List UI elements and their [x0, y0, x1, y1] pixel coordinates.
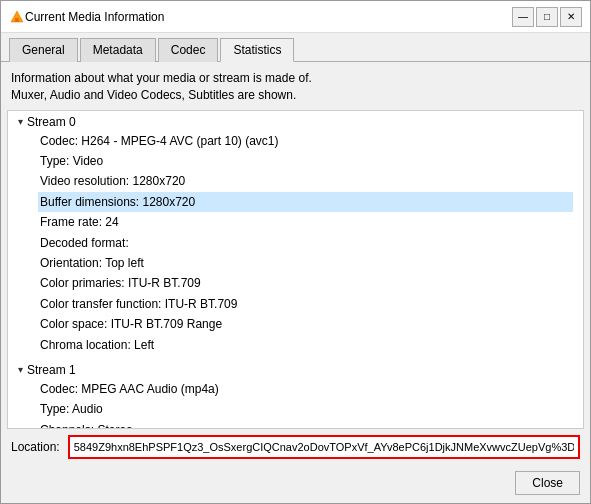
- description: Information about what your media or str…: [1, 62, 590, 110]
- location-input[interactable]: [68, 435, 580, 459]
- stream-0-block: ▾ Stream 0 Codec: H264 - MPEG-4 AVC (par…: [18, 115, 573, 355]
- close-button[interactable]: Close: [515, 471, 580, 495]
- location-bar: Location:: [1, 429, 590, 465]
- list-item: Chroma location: Left: [38, 335, 573, 355]
- window-title: Current Media Information: [25, 10, 512, 24]
- list-item: Type: Audio: [38, 399, 573, 419]
- window-close-button[interactable]: ✕: [560, 7, 582, 27]
- list-item: Codec: H264 - MPEG-4 AVC (part 10) (avc1…: [38, 131, 573, 151]
- stream-1-header[interactable]: ▾ Stream 1: [18, 363, 573, 377]
- location-label: Location:: [11, 440, 60, 454]
- description-line2: Muxer, Audio and Video Codecs, Subtitles…: [11, 87, 580, 104]
- tab-general[interactable]: General: [9, 38, 78, 62]
- stream-0-header[interactable]: ▾ Stream 0: [18, 115, 573, 129]
- tab-codec[interactable]: Codec: [158, 38, 219, 62]
- list-item: Color transfer function: ITU-R BT.709: [38, 294, 573, 314]
- stream-1-block: ▾ Stream 1 Codec: MPEG AAC Audio (mp4a) …: [18, 363, 573, 429]
- tab-metadata[interactable]: Metadata: [80, 38, 156, 62]
- stream-0-items: Codec: H264 - MPEG-4 AVC (part 10) (avc1…: [18, 131, 573, 355]
- tab-statistics[interactable]: Statistics: [220, 38, 294, 62]
- main-window: Current Media Information — □ ✕ General …: [0, 0, 591, 504]
- list-item: Channels: Stereo: [38, 420, 573, 429]
- list-item: Frame rate: 24: [38, 212, 573, 232]
- stream-1-arrow: ▾: [18, 364, 23, 375]
- svg-rect-1: [15, 18, 19, 22]
- minimize-button[interactable]: —: [512, 7, 534, 27]
- content-area: Information about what your media or str…: [1, 62, 590, 429]
- stream-0-title: Stream 0: [27, 115, 76, 129]
- list-item: Type: Video: [38, 151, 573, 171]
- window-controls: — □ ✕: [512, 7, 582, 27]
- stream-1-title: Stream 1: [27, 363, 76, 377]
- list-item: Video resolution: 1280x720: [38, 171, 573, 191]
- list-item: Color space: ITU-R BT.709 Range: [38, 314, 573, 334]
- stream-scroll-area[interactable]: ▾ Stream 0 Codec: H264 - MPEG-4 AVC (par…: [7, 110, 584, 429]
- bottom-bar: Close: [1, 465, 590, 503]
- maximize-button[interactable]: □: [536, 7, 558, 27]
- list-item: Codec: MPEG AAC Audio (mp4a): [38, 379, 573, 399]
- list-item: Color primaries: ITU-R BT.709: [38, 273, 573, 293]
- list-item: Orientation: Top left: [38, 253, 573, 273]
- vlc-icon: [9, 9, 25, 25]
- tab-bar: General Metadata Codec Statistics: [1, 33, 590, 62]
- description-line1: Information about what your media or str…: [11, 70, 580, 87]
- title-bar: Current Media Information — □ ✕: [1, 1, 590, 33]
- stream-0-arrow: ▾: [18, 116, 23, 127]
- list-item: Buffer dimensions: 1280x720: [38, 192, 573, 212]
- list-item: Decoded format:: [38, 233, 573, 253]
- stream-1-items: Codec: MPEG AAC Audio (mp4a) Type: Audio…: [18, 379, 573, 429]
